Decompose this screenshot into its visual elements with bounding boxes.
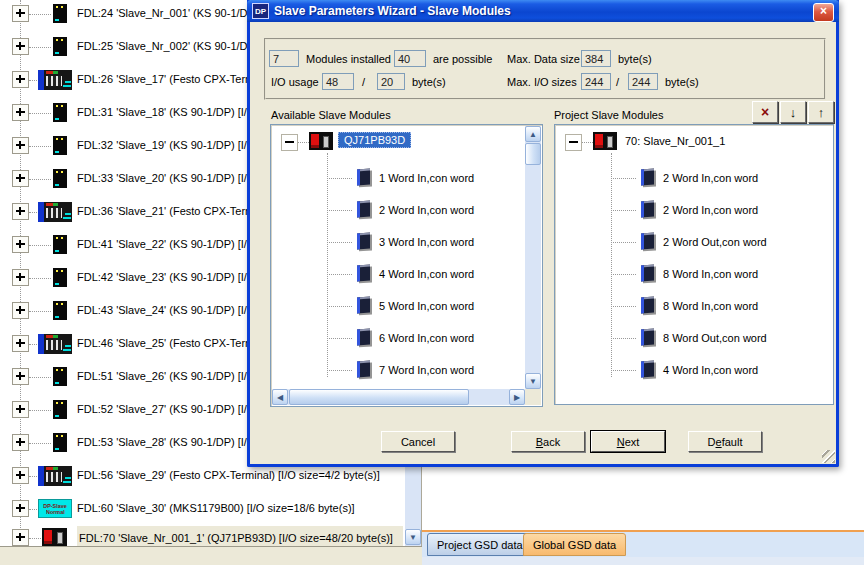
tab-project-gsd-data[interactable]: Project GSD data	[427, 533, 533, 556]
expand-plus-icon[interactable]	[12, 434, 29, 451]
expand-plus-icon[interactable]	[12, 104, 29, 121]
move-up-icon[interactable]: ↑	[808, 101, 834, 123]
project-root-row[interactable]: 70: Slave_Nr_001_1	[555, 131, 833, 153]
module-item[interactable]: 2 Word Out,con word	[555, 229, 833, 255]
expand-plus-icon[interactable]	[12, 529, 29, 546]
expand-plus-icon[interactable]	[12, 71, 29, 88]
tab-global-gsd-data[interactable]: Global GSD data	[523, 533, 626, 556]
scroll-right-icon[interactable]: ▶	[509, 389, 525, 405]
module-item-label[interactable]: 4 Word In,con word	[663, 364, 758, 376]
cancel-button[interactable]: Cancel	[381, 431, 455, 452]
available-horizontal-scrollbar[interactable]: ◀ ▶	[272, 389, 525, 405]
module-item-label[interactable]: 2 Word In,con word	[663, 204, 758, 216]
tree-row-label[interactable]: FDL:26 'Slave_17' (Festo CPX-Term	[77, 73, 254, 85]
module-item-label[interactable]: 2 Word In,con word	[663, 172, 758, 184]
expand-plus-icon[interactable]	[12, 302, 29, 319]
module-item[interactable]: 5 Word In,con word	[271, 293, 542, 319]
move-down-icon[interactable]: ↓	[780, 101, 806, 123]
module-item[interactable]: 7 Word In,con word	[271, 357, 542, 383]
tree-row-label[interactable]: FDL:43 'Slave_24' (KS 90-1/DP) [I/	[77, 304, 247, 316]
available-root-label[interactable]: QJ71PB93D	[338, 132, 411, 148]
collapse-minus-icon[interactable]	[565, 134, 582, 151]
module-item[interactable]: 8 Word In,con word	[555, 293, 833, 319]
tree-row-label[interactable]: FDL:46 'Slave_25' (Festo CPX-Term	[77, 337, 254, 349]
max-io-sizes-label: Max. I/O sizes	[507, 76, 577, 88]
expand-plus-icon[interactable]	[12, 203, 29, 220]
scroll-down-icon[interactable]: ▼	[405, 529, 421, 545]
expand-plus-icon[interactable]	[12, 335, 29, 352]
tree-row-label[interactable]: FDL:36 'Slave_21' (Festo CPX-Term	[77, 205, 254, 217]
scrollbar-track[interactable]	[525, 126, 541, 389]
word-module-icon	[641, 169, 654, 186]
tree-row-label[interactable]: FDL:32 'Slave_19' (KS 90-1/DP) [I/	[77, 139, 247, 151]
module-item[interactable]: 2 Word In,con word	[555, 165, 833, 191]
word-module-icon	[357, 361, 370, 378]
default-button[interactable]: Default	[688, 431, 762, 452]
module-item-label[interactable]: 7 Word In,con word	[379, 364, 474, 376]
module-item-label[interactable]: 5 Word In,con word	[379, 300, 474, 312]
tree-row-selected[interactable]: FDL:70 'Slave_Nr_001_1' (QJ71PB93D) [I/O…	[0, 526, 421, 546]
module-item[interactable]: 1 Word In,con word	[271, 165, 542, 191]
close-icon[interactable]: ×	[813, 3, 834, 22]
module-item[interactable]: 4 Word In,con word	[555, 357, 833, 383]
module-item-label[interactable]: 2 Word Out,con word	[663, 236, 767, 248]
tree-row-label[interactable]: FDL:51 'Slave_26' (KS 90-1/DP) [I/	[77, 370, 247, 382]
delete-module-icon[interactable]: ×	[752, 101, 778, 123]
tree-row-label[interactable]: FDL:70 'Slave_Nr_001_1' (QJ71PB93D) [I/O…	[77, 526, 403, 546]
tree-row-label[interactable]: FDL:56 'Slave_29' (Festo CPX-Terminal) […	[77, 469, 380, 481]
scrollbar-thumb[interactable]	[525, 143, 541, 165]
available-modules-list[interactable]: QJ71PB93D 1 Word In,con word 2 Word In,c…	[270, 124, 543, 407]
module-item-label[interactable]: 6 Word In,con word	[379, 332, 474, 344]
module-item[interactable]: 4 Word In,con word	[271, 261, 542, 287]
tree-row-label[interactable]: FDL:52 'Slave_27' (KS 90-1/DP) [I/	[77, 403, 247, 415]
expand-plus-icon[interactable]	[12, 368, 29, 385]
expand-plus-icon[interactable]	[12, 401, 29, 418]
module-item-label[interactable]: 3 Word In,con word	[379, 236, 474, 248]
dialog-title: Slave Parameters Wizard - Slave Modules	[274, 4, 511, 18]
collapse-minus-icon[interactable]	[281, 134, 298, 151]
module-item[interactable]: 8 Word Out,con word	[555, 325, 833, 351]
tree-row[interactable]: FDL:56 'Slave_29' (Festo CPX-Terminal) […	[0, 464, 421, 488]
expand-plus-icon[interactable]	[12, 170, 29, 187]
expand-plus-icon[interactable]	[12, 38, 29, 55]
available-root-row[interactable]: QJ71PB93D	[271, 131, 542, 153]
back-button[interactable]: Back	[511, 431, 585, 452]
module-item[interactable]: 6 Word In,con word	[271, 325, 542, 351]
available-vertical-scrollbar[interactable]: ▲ ▼	[525, 126, 541, 389]
expand-plus-icon[interactable]	[12, 269, 29, 286]
expand-plus-icon[interactable]	[12, 236, 29, 253]
module-item[interactable]: 3 Word In,con word	[271, 229, 542, 255]
next-button[interactable]: Next	[591, 431, 665, 452]
dialog-titlebar[interactable]: DP Slave Parameters Wizard - Slave Modul…	[247, 0, 839, 22]
scroll-down-icon[interactable]: ▼	[525, 373, 541, 389]
tree-row-label[interactable]: FDL:53 'Slave_28' (KS 90-1/DP) [I/	[77, 436, 247, 448]
module-item-label[interactable]: 8 Word In,con word	[663, 268, 758, 280]
module-item-label[interactable]: 2 Word In,con word	[379, 204, 474, 216]
expand-plus-icon[interactable]	[12, 500, 29, 517]
module-item-label[interactable]: 8 Word In,con word	[663, 300, 758, 312]
tree-row-label[interactable]: FDL:42 'Slave_23' (KS 90-1/DP) [I/	[77, 271, 247, 283]
tree-row-label[interactable]: FDL:60 'Slave_30' (MKS1179B00) [I/O size…	[77, 502, 355, 514]
module-item-label[interactable]: 1 Word In,con word	[379, 172, 474, 184]
expand-plus-icon[interactable]	[12, 467, 29, 484]
tree-row-label[interactable]: FDL:24 'Slave_Nr_001' (KS 90-1/DP	[77, 7, 255, 19]
project-root-label[interactable]: 70: Slave_Nr_001_1	[625, 135, 725, 147]
module-item[interactable]: 2 Word In,con word	[555, 197, 833, 223]
expand-plus-icon[interactable]	[12, 137, 29, 154]
tree-row-label[interactable]: FDL:33 'Slave_20' (KS 90-1/DP) [I/	[77, 172, 247, 184]
project-modules-list[interactable]: 70: Slave_Nr_001_1 2 Word In,con word 2 …	[554, 124, 834, 405]
tree-row-label[interactable]: FDL:31 'Slave_18' (KS 90-1/DP) [I/	[77, 106, 247, 118]
scroll-up-icon[interactable]: ▲	[525, 126, 541, 142]
module-item[interactable]: 8 Word In,con word	[555, 261, 833, 287]
expand-plus-icon[interactable]	[12, 5, 29, 22]
festo-module-icon	[38, 70, 72, 90]
tree-row-label[interactable]: FDL:41 'Slave_22' (KS 90-1/DP) [I/	[77, 238, 247, 250]
scrollbar-thumb[interactable]	[289, 389, 469, 405]
module-item[interactable]: 2 Word In,con word	[271, 197, 542, 223]
scroll-left-icon[interactable]: ◀	[272, 389, 288, 405]
resize-grip[interactable]	[822, 450, 835, 463]
tree-row-label[interactable]: FDL:25 'Slave_Nr_002' (KS 90-1/DP	[77, 40, 255, 52]
module-item-label[interactable]: 8 Word Out,con word	[663, 332, 767, 344]
module-item-label[interactable]: 4 Word In,con word	[379, 268, 474, 280]
tree-row[interactable]: DP-SlaveNormalFDL:60 'Slave_30' (MKS1179…	[0, 497, 421, 521]
